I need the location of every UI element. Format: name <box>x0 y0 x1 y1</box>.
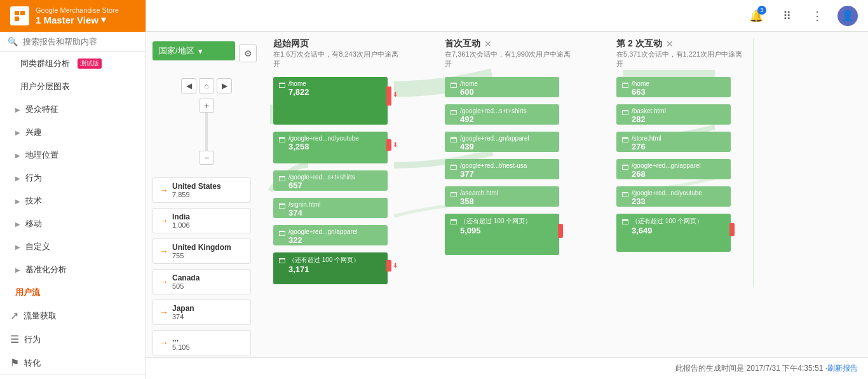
sidebar-search[interactable]: 🔍 <box>0 32 146 52</box>
sidebar-item-benchmark[interactable]: ▶ 基准化分析 <box>0 258 146 281</box>
report-time: 此报告的生成时间是 2017/7/31 下午4:35:51 · <box>675 363 827 374</box>
page-name: /google+red...gn/apparel <box>632 162 701 169</box>
col2-close-button[interactable]: ✕ <box>666 39 674 49</box>
sidebar-item-behavior[interactable]: ▶ 行为 <box>0 167 146 190</box>
second-page-basket[interactable]: 🗖 /basket.html 282 <box>616 104 731 125</box>
exit-bar <box>729 223 735 236</box>
page-count: 282 <box>632 114 666 124</box>
country-node-us[interactable]: → United States 7,859 <box>153 177 251 203</box>
page-name: /asearch.html <box>460 190 498 196</box>
sidebar-item-cohort[interactable]: 同类群组分析 测试版 <box>0 52 146 75</box>
sidebar-item-label: 基准化分析 <box>25 264 67 275</box>
page-count: 657 <box>288 181 355 190</box>
start-page-signin[interactable]: 🗖 /signin.html 374 <box>273 198 388 218</box>
acquisition-icon: ↗ <box>10 310 18 322</box>
nav-home-button[interactable]: ⌂ <box>199 78 214 93</box>
second-page-home[interactable]: 🗖 /home 663 <box>616 77 731 97</box>
col2-title: 第 2 次互动 <box>616 38 662 50</box>
second-page-youtube[interactable]: 🗖 /google+red...nd/youtube 233 <box>616 186 731 207</box>
ga-logo <box>10 6 29 25</box>
settings-button[interactable]: ⚙ <box>239 45 257 62</box>
country-node-india[interactable]: → India 1,006 <box>153 208 251 233</box>
country-node-uk[interactable]: → United Kingdom 755 <box>153 238 251 264</box>
sidebar-item-userflow[interactable]: 用户流 <box>0 281 146 304</box>
zoom-in-button[interactable]: + <box>200 99 214 113</box>
arrow-icon: → <box>159 246 168 256</box>
more-button[interactable]: ⋮ <box>807 6 827 26</box>
page-count: 358 <box>460 196 498 206</box>
col0-header: 起始网页 在1.6万次会话中，有8,243次用户中途离开 <box>273 38 400 69</box>
first-page-apparel[interactable]: 🗖 /google+red...gn/apparel 439 <box>445 132 559 152</box>
second-page-more[interactable]: 🗖 （还有超过 100 个网页） 3,649 <box>616 214 731 252</box>
page-icon: 🗖 <box>450 136 457 144</box>
notification-button[interactable]: 🔔 3 <box>746 6 766 26</box>
page-count: 3,258 <box>288 142 359 151</box>
svg-rect-2 <box>15 17 19 21</box>
country-node-other[interactable]: → ... 5,105 <box>153 330 251 355</box>
sidebar-item-audience[interactable]: ▶ 受众特征 <box>0 98 146 121</box>
sidebar-item-geo[interactable]: ▶ 地理位置 <box>0 144 146 167</box>
page-count: 268 <box>632 169 701 179</box>
content-area: 🔔 3 ⠿ ⋮ 👤 国家/地区 ▾ ⚙ <box>146 0 868 379</box>
chevron-right-icon: ▶ <box>15 106 20 113</box>
second-page-store[interactable]: 🗖 /store.html 276 <box>616 132 731 152</box>
page-name: /basket.html <box>632 107 666 114</box>
country-node-japan[interactable]: → Japan 374 <box>153 300 251 325</box>
search-input[interactable] <box>23 37 138 46</box>
sidebar-section-acquisition[interactable]: ↗ 流量获取 <box>0 304 146 327</box>
arrow-icon: → <box>159 307 168 317</box>
second-page-apparel[interactable]: 🗖 /google+red...gn/apparel 268 <box>616 159 731 179</box>
avatar[interactable]: 👤 <box>837 6 858 26</box>
start-page-more[interactable]: 🗖 （还有超过 100 个网页） 3,171 ⬇ <box>273 252 388 284</box>
country-name: Canada <box>172 273 200 282</box>
sidebar: Google Merchandise Store 1 Master View ▾… <box>0 0 146 379</box>
col1-header: 首次互动 ✕ 在7,361次会话中，有1,990次用户中途离开 <box>445 38 572 69</box>
sidebar-item-custom[interactable]: ▶ 自定义 <box>0 235 146 258</box>
start-page-home[interactable]: 🗖 /home 7,822 ⬇ <box>273 77 388 125</box>
start-page-shirts[interactable]: 🗖 /google+red...s+t+shirts 657 <box>273 170 388 191</box>
col1-nodes: 🗖 /home 600 🗖 /google+red...s+t+shirts <box>445 77 572 258</box>
exit-arrow-icon: ⬇ <box>393 91 398 98</box>
first-page-home[interactable]: 🗖 /home 600 <box>445 77 559 97</box>
page-count: 233 <box>632 196 702 206</box>
first-page-more[interactable]: 🗖 （还有超过 100 个网页） 5,095 <box>445 214 559 255</box>
page-icon: 🗖 <box>621 163 628 171</box>
sidebar-header-text: Google Merchandise Store 1 Master View ▾ <box>36 6 119 25</box>
first-page-asearch[interactable]: 🗖 /asearch.html 358 <box>445 186 559 207</box>
country-node-canada[interactable]: → Canada 505 <box>153 269 251 294</box>
sidebar-item-label: 同类群组分析 <box>20 58 70 69</box>
sidebar-item-mobile[interactable]: ▶ 移动 <box>0 212 146 235</box>
sidebar-item-interests[interactable]: ▶ 兴趣 <box>0 121 146 144</box>
country-count: 755 <box>172 252 231 259</box>
nav-arrows: ◀ ⌂ ▶ <box>181 78 232 93</box>
apps-button[interactable]: ⠿ <box>776 6 797 26</box>
flow-diagram: 起始网页 在1.6万次会话中，有8,243次用户中途离开 🗖 /home 7,8… <box>267 32 868 357</box>
sidebar-item-label: 地理位置 <box>25 149 58 161</box>
col1-close-button[interactable]: ✕ <box>484 39 492 49</box>
page-icon: 🗖 <box>621 81 628 89</box>
page-name: （还有超过 100 个网页） <box>632 217 703 226</box>
refresh-link[interactable]: 刷新报告 <box>827 363 858 374</box>
connector-spacer-1 <box>403 38 442 287</box>
nav-right-button[interactable]: ▶ <box>217 78 232 93</box>
arrow-icon: → <box>159 277 168 287</box>
sidebar-item-tech[interactable]: ▶ 技术 <box>0 190 146 212</box>
start-page-apparel[interactable]: 🗖 /google+red...gn/apparel 322 <box>273 225 388 245</box>
country-name: India <box>172 212 190 221</box>
first-interaction-column: 首次互动 ✕ 在7,361次会话中，有1,990次用户中途离开 🗖 /home … <box>442 38 575 287</box>
zoom-out-button[interactable]: − <box>200 151 214 165</box>
first-page-shirts[interactable]: 🗖 /google+red...s+t+shirts 492 <box>445 104 559 125</box>
page-count: 3,649 <box>632 226 703 235</box>
svg-rect-1 <box>20 11 25 15</box>
nav-left-button[interactable]: ◀ <box>181 78 196 93</box>
col1-subtitle: 在7,361次会话中，有1,990次用户中途离开 <box>445 50 572 69</box>
start-page-youtube[interactable]: 🗖 /google+red...nd/youtube 3,258 ⬇ <box>273 132 388 163</box>
first-page-nest[interactable]: 🗖 /google+red...t/nest-usa 377 <box>445 159 559 179</box>
sidebar-settings[interactable]: ⚙ 设置 ◀ <box>0 375 146 379</box>
sidebar-item-userlayer[interactable]: 用户分层图表 <box>0 75 146 98</box>
chevron-right-icon: ▶ <box>15 175 20 182</box>
sidebar-section-behavior[interactable]: ☰ 行为 <box>0 327 146 351</box>
chevron-right-icon: ▶ <box>15 152 20 159</box>
sidebar-section-conversion[interactable]: ⚑ 转化 <box>0 351 146 375</box>
country-dropdown[interactable]: 国家/地区 ▾ <box>153 41 235 60</box>
